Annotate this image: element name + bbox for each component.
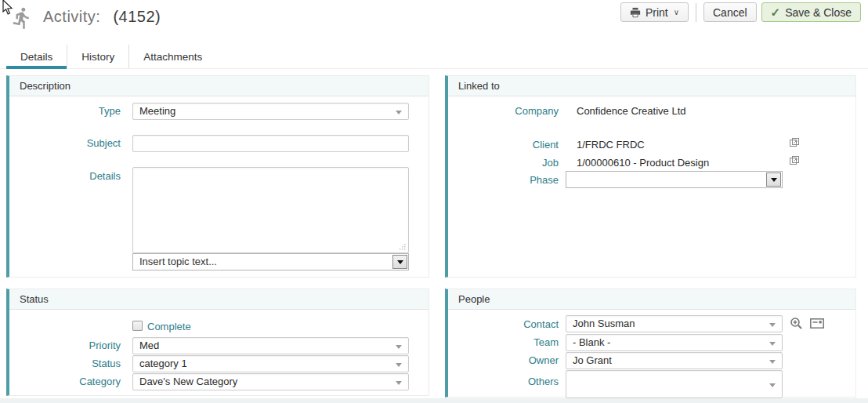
- phase-combo[interactable]: [566, 171, 783, 188]
- bottom-strip: [0, 398, 868, 403]
- category-select[interactable]: Dave's New Category: [132, 373, 409, 390]
- save-and-close-label: Save & Close: [785, 6, 852, 19]
- phase-combo-button[interactable]: [766, 172, 781, 187]
- others-label: Others: [448, 376, 559, 387]
- priority-label: Priority: [9, 339, 121, 351]
- people-panel-header: People: [448, 289, 855, 310]
- linked-to-panel: Linked to Company Confidence Creative Lt…: [445, 75, 856, 278]
- cancel-button[interactable]: Cancel: [703, 2, 757, 22]
- printer-icon: [630, 7, 641, 18]
- dropdown-arrow-icon: [771, 178, 777, 182]
- details-textarea[interactable]: [132, 167, 409, 253]
- dropdown-arrow-icon: [397, 260, 403, 264]
- dropdown-arrow-icon: [769, 323, 776, 327]
- tab-history[interactable]: History: [67, 45, 128, 68]
- save-and-close-button[interactable]: ✓ Save & Close: [761, 2, 861, 22]
- dropdown-arrow-icon: [396, 111, 402, 114]
- insert-topic-combo-button[interactable]: [392, 255, 407, 269]
- details-label: Details: [9, 170, 121, 182]
- tab-details[interactable]: Details: [6, 45, 67, 68]
- owner-label: Owner: [448, 354, 559, 366]
- dropdown-arrow-icon: [769, 360, 776, 364]
- insert-topic-combo[interactable]: Insert topic text...: [132, 253, 409, 270]
- complete-checkbox[interactable]: [132, 321, 143, 331]
- priority-select-value: Med: [139, 339, 159, 351]
- resize-handle-icon[interactable]: [400, 244, 406, 250]
- dropdown-arrow-icon: [769, 342, 776, 346]
- tab-history-label: History: [81, 51, 114, 63]
- toolbar: Print ∨ Cancel ✓ Save & Close: [620, 2, 861, 22]
- toolbar-divider: [696, 3, 696, 22]
- print-button[interactable]: Print ∨: [620, 2, 689, 22]
- status-panel-header: Status: [9, 289, 429, 310]
- record-id: (4152): [113, 8, 161, 25]
- status-select-value: category 1: [139, 358, 187, 369]
- job-value: 1/00000610 - Product Design: [577, 157, 709, 169]
- complete-label: Complete: [147, 321, 191, 332]
- subject-label: Subject: [9, 137, 121, 149]
- contact-select-value: John Susman: [573, 318, 635, 329]
- job-open-popup-icon[interactable]: [789, 155, 800, 166]
- tab-attachments-label: Attachments: [143, 51, 202, 63]
- tab-details-label: Details: [20, 51, 52, 63]
- linked-to-panel-header: Linked to: [448, 76, 855, 96]
- dropdown-arrow-icon: [769, 383, 776, 387]
- subject-input[interactable]: [132, 135, 409, 152]
- owner-select[interactable]: Jo Grant: [566, 352, 783, 369]
- owner-select-value: Jo Grant: [573, 354, 612, 366]
- dropdown-arrow-icon: [396, 363, 402, 367]
- priority-select[interactable]: Med: [132, 337, 409, 354]
- team-select-value: - Blank -: [573, 336, 610, 348]
- contact-search-icon[interactable]: [790, 317, 803, 330]
- type-label: Type: [9, 105, 121, 117]
- client-value: 1/FRDC FRDC: [577, 139, 645, 151]
- company-value: Confidence Creative Ltd: [577, 105, 685, 117]
- print-button-label: Print: [646, 6, 668, 19]
- category-select-value: Dave's New Category: [139, 376, 237, 387]
- description-panel: Description Type Meeting Subject Details…: [6, 75, 429, 278]
- type-select-value: Meeting: [139, 105, 175, 117]
- dropdown-arrow-icon: [396, 345, 402, 349]
- page-title-text: Activity:: [43, 8, 100, 25]
- activity-runner-icon: [10, 6, 34, 30]
- dropdown-arrow-icon: [396, 381, 402, 385]
- chevron-down-icon: ∨: [674, 8, 679, 16]
- insert-topic-combo-value: Insert topic text...: [139, 256, 217, 267]
- status-label: Status: [9, 358, 121, 369]
- client-label: Client: [448, 139, 559, 151]
- type-select[interactable]: Meeting: [132, 103, 409, 120]
- activity-window: Activity:(4152) Print ∨ Cancel ✓ Save & …: [0, 0, 868, 403]
- contact-select[interactable]: John Susman: [566, 315, 783, 332]
- category-label: Category: [9, 376, 121, 387]
- page-title: Activity:(4152): [43, 8, 161, 26]
- cancel-button-label: Cancel: [713, 6, 747, 19]
- status-panel: Status Complete Priority Med Status cate…: [6, 289, 429, 396]
- tab-bar: Details History Attachments: [0, 45, 868, 69]
- phase-label: Phase: [448, 174, 559, 186]
- people-panel: People Contact John Susman Team - Blank …: [445, 289, 856, 398]
- tab-attachments[interactable]: Attachments: [128, 45, 216, 68]
- check-icon: ✓: [771, 5, 781, 20]
- status-select[interactable]: category 1: [132, 355, 409, 372]
- client-open-popup-icon[interactable]: [789, 137, 800, 148]
- team-label: Team: [448, 336, 559, 348]
- company-label: Company: [448, 105, 559, 117]
- others-select[interactable]: [566, 370, 783, 398]
- contact-label: Contact: [448, 318, 559, 330]
- job-label: Job: [448, 157, 559, 169]
- team-select[interactable]: - Blank -: [566, 334, 783, 351]
- contact-card-icon[interactable]: [810, 318, 824, 329]
- description-panel-header: Description: [9, 76, 429, 96]
